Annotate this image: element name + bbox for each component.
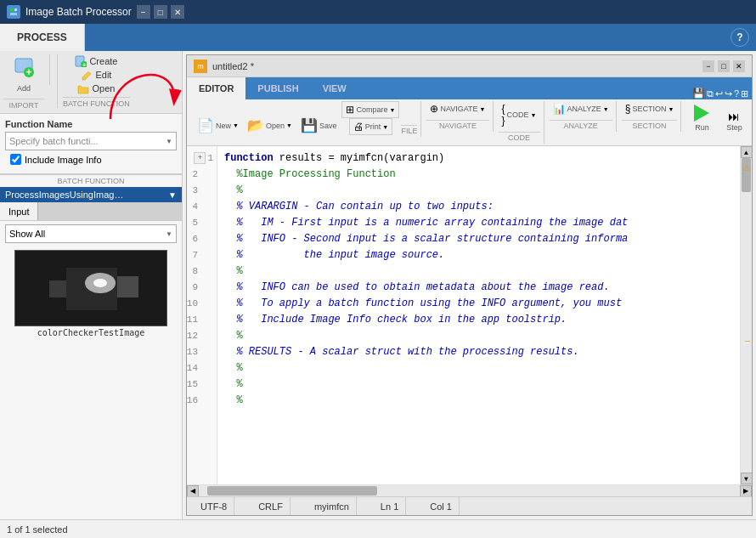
dropdown-arrow-icon: ▼	[166, 138, 172, 145]
run-button[interactable]: Run	[686, 101, 717, 133]
process-tab[interactable]: PROCESS	[0, 24, 85, 51]
content-area: + Add IMPORT +	[0, 51, 756, 519]
col-status: Col 1	[423, 497, 460, 515]
code-editor[interactable]: + 1 2 3 4 5 6 7 8 9 10 11 12	[187, 146, 752, 484]
svg-rect-1	[10, 8, 14, 12]
code-line-13: % RESULTS - A scalar struct with the pro…	[224, 343, 733, 360]
code-line-16: %	[224, 392, 733, 408]
image-name-label: colorCheckerTestImage	[37, 328, 144, 337]
include-info-row: Include Image Info	[5, 150, 177, 168]
editor-minimize-button[interactable]: −	[702, 60, 714, 72]
editor-window-controls: − □ ✕	[702, 60, 745, 72]
line-1: + 1	[187, 150, 217, 166]
stop-button[interactable]: ⏹ Stop	[751, 108, 753, 133]
section-button[interactable]: § SECTION ▼	[622, 101, 678, 116]
function-name-area: Function Name Specify batch functi... ▼ …	[0, 114, 182, 174]
close-button[interactable]: ✕	[171, 5, 184, 19]
code-button[interactable]: { } CODE ▼	[499, 101, 540, 128]
function-dropdown[interactable]: Specify batch functi... ▼	[5, 132, 177, 150]
code-line-8: %	[224, 263, 733, 279]
open-file-button[interactable]: 📂 Open ▼	[244, 116, 296, 135]
line-15: 15	[187, 376, 217, 392]
code-toolbar-group: { } CODE ▼ CODE	[495, 101, 544, 144]
minimize-button[interactable]: −	[137, 5, 150, 19]
tab-editor[interactable]: EDITOR	[187, 77, 245, 99]
h-scroll-track[interactable]	[199, 485, 740, 496]
undo-icon-btn[interactable]: ↩	[715, 88, 723, 99]
code-line-7: % the input image source.	[224, 246, 733, 263]
new-button[interactable]: 📄 New ▼	[194, 116, 242, 135]
run-play-icon	[690, 103, 714, 123]
line-11: 11	[187, 311, 217, 327]
print-button[interactable]: 🖨 Print ▼	[349, 118, 392, 135]
analyze-button[interactable]: 📊 ANALYZE ▼	[550, 101, 612, 116]
scroll-left-button[interactable]: ◀	[187, 485, 199, 497]
line-numbers: + 1 2 3 4 5 6 7 8 9 10 11 12	[187, 146, 217, 484]
compare-button[interactable]: ⊞ Compare ▼	[341, 101, 399, 118]
code-line-3: %	[224, 182, 733, 198]
input-tab[interactable]: Input	[0, 202, 38, 220]
code-line-6: % INFO - Second input is a scalar struct…	[224, 230, 733, 246]
input-tab-bar: Input	[0, 202, 182, 221]
svg-rect-15	[117, 276, 138, 297]
scroll-track[interactable]: ⚠ —	[741, 158, 752, 473]
help-icon-btn[interactable]: ?	[734, 88, 739, 99]
horizontal-scrollbar[interactable]: ◀ ▶	[187, 484, 752, 496]
editor-toolbar: 📄 New ▼ 📂 Open ▼	[187, 99, 752, 146]
save-button[interactable]: 💾 Save	[297, 116, 341, 135]
svg-text:+: +	[82, 61, 87, 67]
save-icon-btn[interactable]: 💾	[692, 88, 705, 99]
svg-text:+: +	[25, 66, 31, 77]
editor-window: m untitled2 * − □ ✕ EDITOR	[186, 54, 753, 516]
help-button[interactable]: ?	[731, 28, 749, 47]
main-container: PROCESS ? + A	[0, 24, 756, 538]
line-status: Ln 1	[374, 497, 406, 515]
section-group-label: SECTION	[622, 120, 678, 130]
copy-icon-btn[interactable]: ⧉	[707, 88, 714, 99]
navigate-button[interactable]: ⊕ NAVIGATE ▼	[426, 101, 488, 116]
editor-tabs-bar: EDITOR PUBLISH VIEW 💾 ⧉ ↩ ↪	[187, 77, 752, 99]
code-line-2: %Image Processing Function	[224, 166, 733, 182]
tab-view[interactable]: VIEW	[311, 77, 358, 99]
process-images-expand[interactable]: ▼	[168, 190, 177, 200]
line-ending-status: CRLF	[251, 497, 291, 515]
window-controls: − □ ✕	[137, 5, 184, 19]
show-all-dropdown[interactable]: Show All ▼	[5, 224, 177, 243]
left-toolbar: + Add IMPORT +	[0, 51, 182, 114]
svg-rect-3	[10, 13, 17, 15]
vertical-scrollbar[interactable]: ▲ ⚠ — ▼	[740, 146, 752, 484]
editor-close-button[interactable]: ✕	[733, 60, 745, 72]
editor-status-bar: UTF-8 CRLF myimfcn Ln 1 Col 1	[187, 496, 752, 515]
show-all-arrow-icon: ▼	[166, 230, 172, 238]
step-button[interactable]: ⏭ Step	[720, 108, 748, 133]
code-content[interactable]: function results = myimfcn(varargin) %Im…	[217, 146, 740, 484]
code-line-4: % VARARGIN - Can contain up to two input…	[224, 198, 733, 214]
scroll-right-button[interactable]: ▶	[740, 485, 752, 497]
editor-title-bar: m untitled2 * − □ ✕	[187, 55, 752, 77]
maximize-button[interactable]: □	[154, 5, 167, 19]
editor-maximize-button[interactable]: □	[718, 60, 730, 72]
image-list: colorCheckerTestImage	[0, 246, 182, 519]
redo-icon-btn[interactable]: ↪	[725, 88, 732, 99]
file-group-label: FILE	[401, 125, 417, 135]
show-all-row: Show All ▼	[0, 221, 182, 246]
scroll-up-button[interactable]: ▲	[741, 146, 753, 158]
create-button[interactable]: + Create	[71, 54, 121, 68]
section-toolbar-group: § SECTION ▼ SECTION	[618, 101, 682, 132]
batch-section-label: BATCH FUNCTION	[0, 174, 182, 187]
list-item[interactable]: colorCheckerTestImage	[3, 250, 178, 337]
warning-icon: ⚠	[743, 160, 750, 174]
tab-publish[interactable]: PUBLISH	[245, 77, 310, 99]
title-bar: Image Batch Processor − □ ✕	[0, 0, 756, 24]
line-4: 4	[187, 198, 217, 214]
h-scroll-thumb[interactable]	[207, 486, 377, 496]
include-info-checkbox[interactable]	[10, 154, 21, 165]
line-3: 3	[187, 182, 217, 198]
image-thumbnail	[14, 250, 167, 326]
open-button[interactable]: Open	[74, 82, 118, 95]
expand-icon-btn[interactable]: ⊞	[741, 88, 748, 99]
scroll-down-button[interactable]: ▼	[741, 473, 753, 484]
function-name-status: myimfcn	[307, 497, 357, 515]
add-button[interactable]: + Add	[3, 54, 44, 95]
edit-button[interactable]: Edit	[77, 68, 115, 82]
